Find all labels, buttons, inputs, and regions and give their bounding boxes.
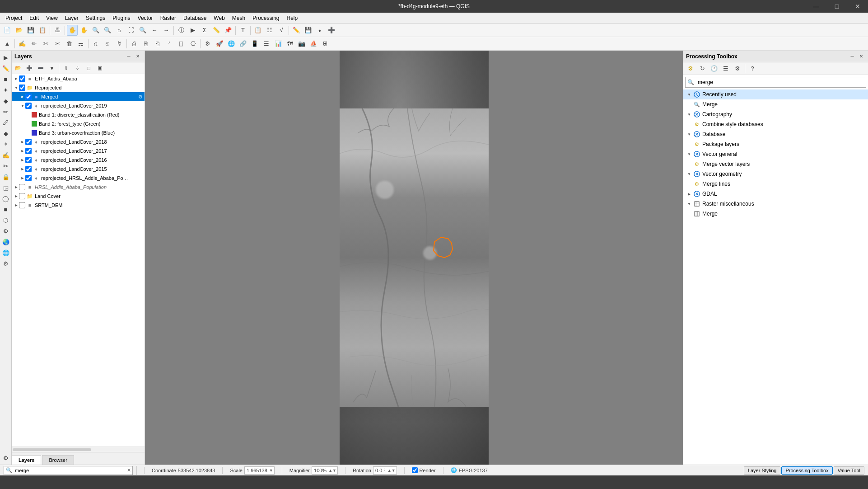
value-tool-button[interactable]: Value Tool: [834, 466, 864, 475]
filter-layer-button[interactable]: ▼: [47, 63, 57, 74]
proc-item-merge-lines[interactable]: ⚙ Merge lines: [683, 179, 868, 189]
maximize-button[interactable]: □: [826, 0, 847, 13]
layer-check-lc2016[interactable]: [25, 157, 32, 163]
layer-item-merged[interactable]: ► ■ Merged ⚙: [12, 92, 145, 101]
proc-item-combine-style[interactable]: ⚙ Combine style databases: [683, 119, 868, 129]
pan-map-button[interactable]: ✋: [79, 25, 89, 36]
menu-raster[interactable]: Raster: [157, 14, 180, 22]
zoom-in-button[interactable]: 🔍: [90, 25, 101, 36]
layer-item-lc2018[interactable]: ► ♦ reprojected_LandCover_2018: [12, 137, 145, 146]
open-layer-button[interactable]: 📂: [13, 63, 23, 74]
collapse-all-button[interactable]: □: [83, 63, 94, 74]
menu-help[interactable]: Help: [283, 14, 302, 22]
left-icon-15[interactable]: ■: [1, 204, 11, 214]
open-project-button[interactable]: 📂: [14, 25, 24, 36]
tb2-btn5[interactable]: ✂: [52, 38, 63, 49]
tb2-btn9[interactable]: ⎋: [102, 38, 113, 49]
menu-view[interactable]: View: [42, 14, 61, 22]
proc-item-database[interactable]: Database: [683, 129, 868, 139]
move-up-button[interactable]: ⇧: [61, 63, 71, 74]
tb2-btn12[interactable]: ⎘: [140, 38, 151, 49]
layer-check-hrsl2[interactable]: [25, 175, 32, 181]
left-icon-16[interactable]: ⬡: [1, 215, 11, 225]
pan-tool[interactable]: 🖐: [67, 25, 78, 36]
proc-item-merge-recent[interactable]: 🔍 Merge: [683, 99, 868, 109]
save-edits-button[interactable]: 💾: [303, 25, 313, 36]
layer-item-lc2016[interactable]: ► ♦ reprojected_LandCover_2016: [12, 155, 145, 165]
rotation-control[interactable]: 0.0 ° ▲▼: [373, 466, 397, 475]
menu-web[interactable]: Web: [210, 14, 228, 22]
merged-settings-icon[interactable]: ⚙: [138, 94, 143, 100]
tb2-plugin8[interactable]: 🗺: [285, 38, 295, 49]
save-project-button[interactable]: 💾: [25, 25, 36, 36]
layer-check-srtm[interactable]: [19, 202, 25, 208]
proc-item-vector-general[interactable]: Vector general: [683, 149, 868, 159]
zoom-out-button[interactable]: 🔍: [102, 25, 113, 36]
new-project-button[interactable]: 📄: [2, 25, 13, 36]
bottom-filter-input[interactable]: [14, 467, 125, 474]
zoom-previous-button[interactable]: ←: [149, 25, 160, 36]
close-button[interactable]: ✕: [847, 0, 868, 13]
left-icon-7[interactable]: 🖊: [1, 118, 11, 127]
layer-check-eth[interactable]: [19, 75, 25, 82]
processing-search-input[interactable]: [696, 78, 866, 86]
menu-database[interactable]: Database: [180, 14, 210, 22]
layer-item-lc2019[interactable]: ♦ reprojected_LandCover_2019: [12, 101, 145, 110]
crs-section[interactable]: 🌐 EPSG:20137: [451, 467, 488, 473]
menu-plugins[interactable]: Plugins: [109, 14, 134, 22]
layer-check-lc2017[interactable]: [25, 148, 32, 154]
tb2-btn13[interactable]: ⎗: [152, 38, 163, 49]
proc-item-cartography[interactable]: Cartography: [683, 109, 868, 119]
left-icon-19[interactable]: 🌐: [1, 248, 11, 258]
layers-scroll[interactable]: ► ■ ETH_Addis_Ababa 📁 Reprojected ► ■ Me…: [12, 74, 145, 447]
expand-all-button[interactable]: ▣: [94, 63, 105, 74]
proc-item-recently-used[interactable]: Recently used: [683, 89, 868, 99]
menu-settings[interactable]: Settings: [82, 14, 109, 22]
add-layer-button[interactable]: ➕: [24, 63, 35, 74]
menu-edit[interactable]: Edit: [26, 14, 42, 22]
tb2-btn11[interactable]: ⎙: [129, 38, 140, 49]
scale-control[interactable]: 1:965138 ▼: [244, 466, 275, 475]
layers-hscroll[interactable]: [12, 447, 145, 452]
layer-styling-button[interactable]: Layer Styling: [744, 466, 781, 475]
layers-panel-minimize[interactable]: ─: [125, 52, 133, 61]
menu-mesh[interactable]: Mesh: [229, 14, 249, 22]
tb2-plugin9[interactable]: 📷: [296, 38, 307, 49]
layer-check-landcover[interactable]: [19, 193, 25, 199]
tb2-btn15[interactable]: ⎕: [176, 38, 187, 49]
render-checkbox[interactable]: [412, 467, 418, 473]
layer-check-hrsl-pop[interactable]: [19, 184, 25, 190]
attribute-table-button[interactable]: ☷: [264, 25, 275, 36]
stats-button[interactable]: Σ: [199, 25, 210, 36]
tb2-plugin7[interactable]: 📊: [273, 38, 284, 49]
layer-item-landcover[interactable]: ► 📁 Land Cover: [12, 192, 145, 201]
tab-layers[interactable]: Layers: [12, 455, 41, 465]
left-icon-10[interactable]: ✍: [1, 150, 11, 160]
left-icon-4[interactable]: ✦: [1, 85, 11, 95]
tb2-plugin10[interactable]: ⛵: [308, 38, 319, 49]
proc-help-button[interactable]: ?: [747, 63, 758, 74]
proc-item-raster-misc[interactable]: Raster miscellaneous: [683, 199, 868, 209]
tb2-btn8[interactable]: ⎌: [90, 38, 101, 49]
tab-browser[interactable]: Browser: [42, 455, 74, 465]
left-icon-14[interactable]: ◯: [1, 193, 11, 203]
toggle-editing-button[interactable]: ✏️: [291, 25, 302, 36]
layer-check-lc2018[interactable]: [25, 139, 32, 145]
proc-item-merge-vectors[interactable]: ⚙ Merge vector layers: [683, 159, 868, 169]
zoom-selection-button[interactable]: 🔍: [137, 25, 148, 36]
proc-options-button[interactable]: ⚙: [732, 63, 743, 74]
left-icon-9[interactable]: ⌖: [1, 139, 11, 149]
digitize-button[interactable]: ⬥: [314, 25, 325, 36]
tb2-plugin5[interactable]: 📱: [249, 38, 260, 49]
proc-results-button[interactable]: ☰: [720, 63, 731, 74]
left-icon-13[interactable]: ◲: [1, 183, 11, 193]
tb2-plugin11[interactable]: ⛨: [320, 38, 331, 49]
tb2-btn4[interactable]: ✄: [40, 38, 51, 49]
tb2-btn10[interactable]: ↯: [114, 38, 125, 49]
minimize-button[interactable]: —: [806, 0, 826, 13]
proc-item-vector-geometry[interactable]: Vector geometry: [683, 169, 868, 179]
menu-layer[interactable]: Layer: [61, 14, 82, 22]
proc-panel-close[interactable]: ✕: [857, 52, 865, 61]
left-icon-2[interactable]: ✏️: [1, 63, 11, 73]
menu-processing[interactable]: Processing: [249, 14, 283, 22]
